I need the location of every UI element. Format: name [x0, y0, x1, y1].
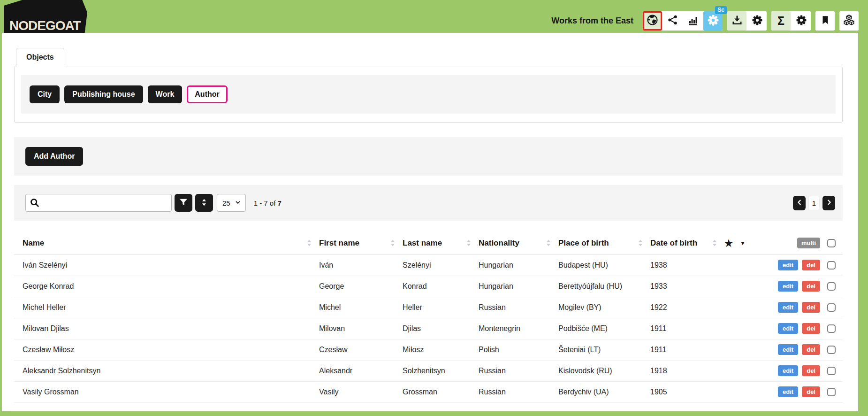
object-type-city-button[interactable]: City — [30, 85, 60, 103]
author-first-name: Milovan — [319, 324, 345, 332]
add-author-button[interactable]: Add Author — [25, 147, 83, 166]
sort-first-name-control[interactable] — [389, 239, 396, 247]
download-button[interactable] — [727, 11, 746, 31]
analysis-button-group: Σ — [771, 11, 811, 31]
sort-nationality-control[interactable] — [545, 239, 552, 247]
bookmark-button[interactable] — [815, 11, 835, 31]
network-graph-button[interactable] — [663, 11, 682, 31]
cubes-button[interactable] — [839, 11, 859, 31]
del-button[interactable]: del — [802, 302, 820, 313]
logo-text: NODEGOAT — [4, 19, 81, 33]
row-checkbox[interactable] — [827, 324, 836, 333]
tab-objects[interactable]: Objects — [16, 48, 64, 67]
author-first-name: Iván — [319, 261, 333, 269]
author-place-of-birth: Šeteniai (LT) — [558, 346, 601, 354]
row-checkbox[interactable] — [827, 388, 836, 396]
edit-button[interactable]: edit — [778, 281, 798, 292]
search-icon — [30, 198, 40, 208]
filter-button[interactable] — [175, 194, 192, 212]
content-area: Objects City Publishing house Work Autho… — [2, 33, 858, 411]
author-nationality: Russian — [479, 388, 506, 396]
edit-button[interactable]: edit — [778, 365, 798, 376]
analysis-button[interactable]: Σ — [771, 11, 791, 31]
edit-button[interactable]: edit — [778, 260, 798, 270]
project-title: Works from the East — [551, 16, 633, 26]
search-input[interactable] — [25, 194, 172, 212]
table-row[interactable]: Michel Heller Michel Heller Russian Mogi… — [14, 297, 843, 318]
object-type-author-button[interactable]: Author — [187, 85, 227, 103]
search-panel: 25 1 - 7 of 7 — [14, 185, 843, 221]
export-settings-button[interactable] — [747, 11, 767, 31]
del-button[interactable]: del — [802, 260, 820, 270]
prev-page-button[interactable] — [793, 196, 806, 210]
sort-name-control[interactable] — [306, 239, 312, 247]
select-all-checkbox[interactable] — [827, 239, 836, 247]
table-row[interactable]: George Konrad George Konrad Hungarian Be… — [14, 276, 843, 297]
table-row[interactable]: Milovan Djilas Milovan Djilas Montenegri… — [14, 318, 843, 339]
sort-place-of-birth-control[interactable] — [637, 239, 644, 247]
column-header-place-of-birth: Place of birth — [558, 239, 609, 248]
tab-bar: Objects — [14, 48, 843, 67]
author-date-of-birth: 1938 — [650, 261, 667, 269]
row-checkbox[interactable] — [827, 282, 836, 291]
star-filter-control[interactable]: ★ — [724, 239, 733, 248]
result-count-range: 1 - 7 of — [254, 199, 276, 207]
del-button[interactable]: del — [802, 344, 820, 355]
column-header-date-of-birth: Date of birth — [650, 239, 697, 248]
scope-settings-button[interactable]: Sc — [703, 11, 723, 31]
sort-last-name-control[interactable] — [465, 239, 472, 247]
bookmark-icon — [820, 15, 830, 27]
globe-button[interactable] — [643, 11, 662, 31]
author-name: Vasily Grossman — [23, 388, 79, 396]
nodegoat-logo[interactable]: NODEGOAT — [4, 0, 87, 33]
chevron-right-icon — [825, 199, 833, 208]
author-place-of-birth: Berdychiv (UA) — [558, 388, 609, 396]
row-checkbox[interactable] — [827, 261, 836, 270]
page-size-select[interactable]: 25 — [217, 194, 246, 212]
author-date-of-birth: 1911 — [650, 346, 666, 354]
author-name: Aleksandr Solzhenitsyn — [23, 367, 100, 375]
row-checkbox[interactable] — [827, 346, 836, 354]
del-button[interactable]: del — [802, 281, 820, 292]
author-name: Iván Szelényi — [23, 261, 67, 269]
table-row[interactable]: Vasily Grossman Vasily Grossman Russian … — [14, 381, 843, 402]
table-row[interactable]: Iván Szelényi Iván Szelényi Hungarian Bu… — [14, 254, 843, 276]
multi-select-button[interactable]: multi — [797, 238, 820, 248]
author-last-name: Konrad — [403, 282, 427, 290]
chart-button[interactable] — [683, 11, 702, 31]
authors-table: Name First name Last name — [14, 232, 843, 403]
funnel-icon — [178, 197, 189, 209]
edit-button[interactable]: edit — [778, 344, 798, 355]
table-header-row: Name First name Last name — [14, 232, 843, 254]
object-type-publishing-house-button[interactable]: Publishing house — [64, 85, 143, 103]
sigma-icon: Σ — [777, 15, 784, 27]
page-size-value: 25 — [222, 199, 230, 207]
edit-button[interactable]: edit — [778, 323, 798, 334]
current-page-box[interactable]: 1 — [808, 196, 820, 210]
edit-button[interactable]: edit — [778, 386, 798, 397]
del-button[interactable]: del — [802, 386, 820, 397]
sort-order-button[interactable] — [195, 194, 213, 212]
author-name: George Konrad — [23, 282, 74, 290]
export-button-group — [727, 11, 767, 31]
caret-down-control[interactable]: ▼ — [740, 240, 746, 246]
cubes-icon — [843, 14, 855, 28]
del-button[interactable]: del — [802, 365, 820, 376]
edit-button[interactable]: edit — [778, 302, 798, 313]
table-row[interactable]: Czesław Miłosz Czesław Miłosz Polish Šet… — [14, 339, 843, 360]
pagination: 1 — [793, 196, 835, 210]
table-row[interactable]: Aleksandr Solzhenitsyn Aleksandr Solzhen… — [14, 360, 843, 381]
sort-date-of-birth-control[interactable] — [711, 239, 718, 247]
next-page-button[interactable] — [822, 196, 835, 210]
row-checkbox[interactable] — [827, 367, 836, 375]
gear-icon — [752, 15, 763, 28]
nodegoat-app: NODEGOAT Works from the East — [0, 0, 868, 416]
object-type-work-button[interactable]: Work — [148, 85, 183, 103]
bookmark-button-group — [815, 11, 835, 31]
header-toolbar: Works from the East — [551, 11, 859, 31]
author-last-name: Grossman — [403, 388, 437, 396]
author-nationality: Russian — [479, 367, 506, 375]
row-checkbox[interactable] — [827, 303, 836, 312]
del-button[interactable]: del — [802, 323, 820, 334]
analysis-settings-button[interactable] — [792, 11, 811, 31]
